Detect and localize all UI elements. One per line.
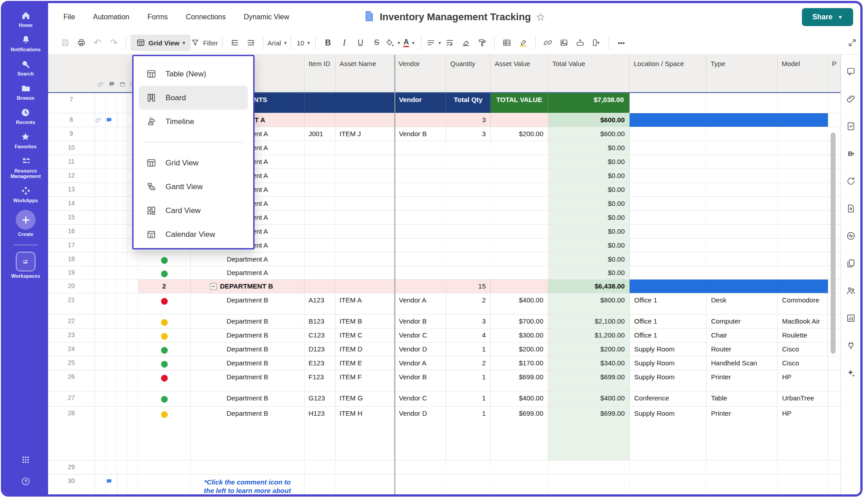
rail-ai-sparkle-icon[interactable]	[846, 368, 856, 380]
column-header-item[interactable]: Item ID	[304, 55, 336, 92]
cell-loc[interactable]: Office 1	[630, 315, 707, 328]
column-header-tval[interactable]: Total Value	[548, 55, 630, 92]
cell-aval[interactable]: $400.00	[491, 391, 548, 406]
sidebar-item-browse[interactable]: Browse	[17, 83, 35, 101]
cell-item[interactable]: D123	[304, 342, 336, 356]
row-number[interactable]: 18	[48, 253, 95, 266]
cell-asset[interactable]: ITEM H	[336, 407, 394, 460]
row-number[interactable]: 12	[48, 169, 95, 182]
cell-tval[interactable]: $340.00	[548, 356, 630, 370]
cell-tval[interactable]: $699.00	[548, 407, 630, 460]
cell-dept[interactable]: Department A	[191, 266, 304, 279]
cell-tval[interactable]: $600.00	[548, 127, 630, 141]
row-number[interactable]: 25	[48, 356, 95, 370]
cell-vendor[interactable]: Vendor C	[394, 391, 446, 406]
cell-dept[interactable]: Department B	[191, 391, 304, 406]
cell-item[interactable]: C123	[304, 329, 336, 342]
gutter-header-attachment-icon[interactable]	[97, 81, 104, 89]
row-number[interactable]: 10	[48, 141, 95, 155]
row-number[interactable]: 21	[48, 293, 95, 314]
cell-asset[interactable]: ITEM D	[336, 342, 394, 356]
row-number[interactable]: 17	[48, 239, 95, 252]
cell-tval[interactable]: $0.00	[548, 253, 630, 266]
cell-tval[interactable]: $0.00	[548, 169, 630, 182]
insert-column-button[interactable]	[588, 35, 604, 51]
sidebar-item-notifications[interactable]: Notifications	[11, 35, 41, 52]
cell-loc[interactable]: Supply Room	[630, 370, 707, 391]
view-option-card-view[interactable]: Card View	[134, 199, 253, 222]
cell-vendor[interactable]: Vendor A	[394, 293, 446, 314]
column-header-model[interactable]: Model	[778, 55, 828, 92]
row-number[interactable]: 7	[48, 93, 95, 113]
cell-tval[interactable]: $400.00	[548, 391, 630, 406]
cell-model[interactable]: Cisco	[778, 356, 828, 370]
cell-loc[interactable]: Supply Room	[630, 356, 707, 370]
row-number[interactable]: 9	[48, 127, 95, 141]
column-header-vendor[interactable]: Vendor	[394, 55, 446, 92]
view-option-grid-view[interactable]: Grid View	[134, 151, 253, 175]
cell-tval[interactable]: $1,200.00	[548, 329, 630, 342]
row-number[interactable]: 13	[48, 183, 95, 196]
cell-qty[interactable]: 3	[446, 113, 491, 127]
menu-automation[interactable]: Automation	[93, 13, 130, 21]
cell-dept[interactable]: −DEPARTMENT B	[191, 280, 304, 293]
rail-brandfolder-icon[interactable]: B	[846, 149, 856, 160]
row-number[interactable]: 14	[48, 197, 95, 210]
view-option-calendar-view[interactable]: 31Calendar View	[134, 222, 253, 246]
cell-qty[interactable]: 1	[446, 407, 491, 460]
insert-image-button[interactable]	[556, 35, 572, 51]
cell-item[interactable]: J001	[304, 127, 336, 141]
view-option-timeline[interactable]: Timeline	[134, 110, 253, 133]
cell-type[interactable]: Table	[707, 391, 778, 406]
cell-vendor[interactable]: Vendor B	[394, 127, 446, 141]
status-cell[interactable]	[138, 293, 191, 314]
rail-summary-icon[interactable]	[846, 258, 856, 270]
cell-aval[interactable]: $699.00	[491, 370, 548, 391]
row-number[interactable]: 16	[48, 225, 95, 238]
cell-model[interactable]: HP	[778, 370, 828, 391]
attachment-indicator[interactable]	[95, 113, 106, 127]
cell-asset[interactable]: ITEM F	[336, 370, 394, 391]
rail-proofs-icon[interactable]	[846, 121, 856, 133]
vertical-scrollbar[interactable]	[831, 133, 836, 354]
status-cell[interactable]	[138, 370, 191, 391]
indent-right-button[interactable]	[243, 35, 259, 51]
cell-dept[interactable]: Department B	[191, 342, 304, 356]
cell-tval[interactable]: $0.00	[548, 266, 630, 279]
font-family-selector[interactable]: Arial▾	[268, 35, 287, 51]
text-color-button[interactable]: A▾	[401, 35, 417, 51]
cell-qty[interactable]: 15	[446, 280, 491, 293]
cell-aval[interactable]: $170.00	[491, 356, 548, 370]
favorite-star-icon[interactable]: ☆	[536, 11, 546, 23]
rail-sync-icon[interactable]	[846, 176, 856, 188]
cell-asset[interactable]: ITEM J	[336, 127, 394, 141]
menu-file[interactable]: File	[63, 13, 75, 21]
more-options-button[interactable]: •••	[613, 35, 629, 51]
cell-model[interactable]: Commodore	[778, 293, 828, 314]
cell-type[interactable]: Printer	[707, 370, 778, 391]
column-header-aval[interactable]: Asset Value	[491, 55, 548, 92]
comment-indicator[interactable]	[106, 113, 117, 127]
status-cell[interactable]	[138, 253, 191, 266]
strikethrough-button[interactable]: S	[368, 35, 385, 51]
cell-vendor[interactable]: Vendor B	[394, 315, 446, 328]
view-option-table-new-[interactable]: Table (New)	[134, 62, 253, 86]
cell-type[interactable]: Router	[707, 342, 778, 356]
cell-type[interactable]: Chair	[707, 329, 778, 342]
cell-aval[interactable]: TOTAL VALUE	[491, 93, 548, 113]
view-option-board[interactable]: Board	[139, 86, 248, 110]
column-header-pp[interactable]: P	[828, 55, 841, 92]
row-number[interactable]: 8	[48, 113, 95, 127]
sidebar-item-workspaces[interactable]: Workspaces	[11, 252, 40, 279]
row-number[interactable]: 30	[48, 475, 95, 494]
menu-forms[interactable]: Forms	[148, 13, 168, 21]
cell-tval[interactable]: $0.00	[548, 141, 630, 155]
cell-loc[interactable]: Supply Room	[630, 342, 707, 356]
row-number[interactable]: 11	[48, 155, 95, 169]
rail-contacts-icon[interactable]	[846, 286, 856, 298]
row-number[interactable]: 20	[48, 280, 95, 293]
cell-qty[interactable]: 2	[446, 356, 491, 370]
cell-aval[interactable]: $200.00	[491, 342, 548, 356]
cell-type[interactable]: Computer	[707, 315, 778, 328]
cell-tval[interactable]: $0.00	[548, 225, 630, 238]
